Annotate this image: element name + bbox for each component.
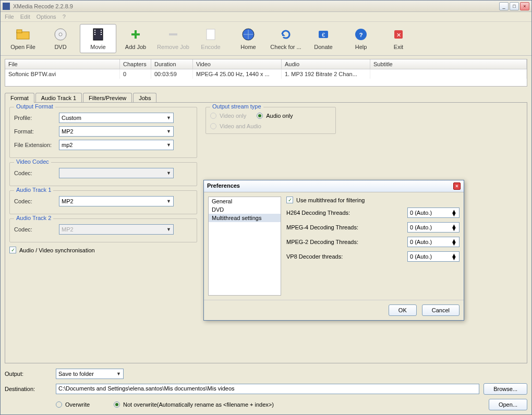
- radio-video-only: Video only: [210, 113, 246, 119]
- menu-help[interactable]: ?: [63, 14, 66, 20]
- tab-jobs[interactable]: Jobs: [133, 93, 156, 103]
- open-button[interactable]: Open...: [489, 399, 527, 410]
- audio1-codec-combo[interactable]: MP2▼: [59, 196, 174, 206]
- threads-spinner[interactable]: 0 (Auto.)▲▼: [407, 207, 460, 218]
- menu-file[interactable]: File: [5, 14, 14, 20]
- toolbar-help[interactable]: ?Help: [343, 24, 379, 53]
- radio-video-audio: Video and Audio: [210, 123, 331, 129]
- menu-options[interactable]: Options: [37, 14, 56, 20]
- col-subtitle[interactable]: Subtitle: [370, 59, 527, 69]
- disc-icon: [53, 27, 68, 42]
- browse-button[interactable]: Browse...: [483, 383, 527, 395]
- radio-overwrite[interactable]: Overwrite: [56, 401, 90, 408]
- preferences-dialog: Preferences × General DVD Multithread se…: [203, 180, 464, 321]
- col-file[interactable]: File: [5, 59, 120, 69]
- toolbar-check-for-[interactable]: Check for ...: [268, 24, 304, 53]
- pref-side-general[interactable]: General: [209, 197, 281, 205]
- refresh-icon: [279, 27, 293, 42]
- toolbar-donate[interactable]: €Donate: [305, 24, 342, 53]
- svg-rect-5: [94, 30, 95, 31]
- pref-side-dvd[interactable]: DVD: [209, 205, 281, 214]
- minimize-button[interactable]: _: [499, 2, 509, 10]
- profile-combo[interactable]: Custom▼: [59, 113, 174, 123]
- svg-rect-13: [169, 33, 177, 35]
- svg-text:?: ?: [359, 32, 363, 38]
- titlebar: XMedia Recode 2.2.8.9 _ □ ×: [1, 1, 531, 12]
- app-icon: [3, 3, 10, 10]
- donate-icon: €: [316, 27, 331, 42]
- col-video[interactable]: Video: [193, 59, 282, 69]
- svg-text:✕: ✕: [396, 32, 401, 38]
- group-audio2: Audio Track 2 Codec:MP2▼: [9, 218, 197, 242]
- toolbar-open-file[interactable]: Open File: [5, 24, 41, 53]
- output-row: Output: Save to folder▼: [5, 369, 527, 379]
- list-row[interactable]: Softonic BPTW.avi 0 00:03:59 MPEG-4 25.0…: [5, 69, 527, 79]
- pref-row: VP8 Decoder threads:0 (Auto.)▲▼: [286, 251, 460, 262]
- pref-ok-button[interactable]: OK: [389, 304, 417, 316]
- pref-row: H264 Decoding Threads:0 (Auto.)▲▼: [286, 207, 460, 218]
- svg-point-3: [59, 33, 62, 36]
- pref-cancel-button[interactable]: Cancel: [422, 304, 460, 316]
- radio-audio-only[interactable]: Audio only: [257, 113, 293, 119]
- col-chapters[interactable]: Chapters: [120, 59, 151, 69]
- tab-format[interactable]: Format: [5, 93, 34, 103]
- toolbar-movie[interactable]: Movie: [80, 24, 116, 53]
- col-audio[interactable]: Audio: [282, 59, 370, 69]
- film-icon: [91, 27, 105, 42]
- minus-icon: [166, 27, 180, 42]
- maximize-button[interactable]: □: [510, 2, 519, 10]
- destination-row: Destination: C:\Documents and Settings\e…: [5, 383, 527, 395]
- window-title: XMedia Recode 2.2.8.9: [13, 3, 499, 9]
- pref-multithread-check[interactable]: ✓Use multithread for filtering: [286, 197, 460, 203]
- group-audio1: Audio Track 1 Codec:MP2▼: [9, 190, 197, 214]
- toolbar-dvd[interactable]: DVD: [42, 24, 79, 53]
- overwrite-row: Overwrite Not overwrite(Automatically re…: [5, 399, 527, 410]
- folder-icon: [16, 27, 30, 42]
- pref-side-multithread[interactable]: Multithread settings: [209, 214, 281, 222]
- threads-spinner[interactable]: 0 (Auto.)▲▼: [407, 222, 460, 233]
- page-icon: [203, 27, 218, 42]
- file-list: File Chapters Duration Video Audio Subti…: [5, 59, 527, 87]
- pref-row: MPEG-4 Decoding Threads:0 (Auto.)▲▼: [286, 222, 460, 233]
- pref-row: MPEG-2 Decoding Threads:0 (Auto.)▲▼: [286, 237, 460, 247]
- tab-filters[interactable]: Filters/Preview: [83, 93, 132, 103]
- radio-not-overwrite[interactable]: Not overwrite(Automatically rename as <f…: [114, 401, 274, 408]
- toolbar: Open FileDVDMovieAdd JobRemove JobEncode…: [1, 22, 531, 56]
- format-combo[interactable]: MP2▼: [59, 126, 174, 137]
- help-icon: ?: [354, 27, 368, 42]
- ext-combo[interactable]: mp2▼: [59, 140, 174, 150]
- svg-rect-8: [101, 30, 102, 31]
- svg-rect-14: [207, 29, 215, 40]
- globe-icon: [241, 27, 256, 42]
- toolbar-exit[interactable]: ✕Exit: [380, 24, 417, 53]
- pref-close-icon[interactable]: ×: [453, 182, 461, 190]
- toolbar-remove-job: Remove Job: [155, 24, 191, 53]
- threads-spinner[interactable]: 0 (Auto.)▲▼: [407, 251, 460, 262]
- group-video-codec: Video Codec Codec:▼: [9, 162, 197, 186]
- svg-text:€: €: [322, 32, 325, 38]
- audio2-codec-combo: MP2▼: [59, 224, 174, 235]
- toolbar-encode: Encode: [192, 24, 229, 53]
- menubar: File Edit Options ?: [1, 12, 531, 22]
- svg-rect-1: [17, 30, 22, 33]
- plus-icon: [128, 27, 143, 42]
- output-combo[interactable]: Save to folder▼: [56, 369, 124, 379]
- group-stream-type: Output stream type Video only Audio only…: [205, 107, 336, 134]
- list-header: File Chapters Duration Video Audio Subti…: [5, 59, 527, 69]
- group-output-format: Output Format Profile:Custom▼ Format:MP2…: [9, 107, 197, 158]
- col-duration[interactable]: Duration: [151, 59, 193, 69]
- destination-field[interactable]: C:\Documents and Settings\elena.santos\M…: [56, 384, 479, 394]
- exit-icon: ✕: [391, 27, 406, 42]
- svg-rect-10: [101, 34, 102, 35]
- menu-edit[interactable]: Edit: [20, 14, 30, 20]
- tab-audio1[interactable]: Audio Track 1: [35, 93, 82, 103]
- svg-rect-7: [94, 34, 95, 35]
- pref-titlebar: Preferences ×: [204, 180, 464, 192]
- threads-spinner[interactable]: 0 (Auto.)▲▼: [407, 237, 460, 247]
- svg-rect-6: [94, 32, 95, 33]
- close-button[interactable]: ×: [520, 2, 529, 10]
- toolbar-home[interactable]: Home: [230, 24, 267, 53]
- video-codec-combo: ▼: [59, 168, 174, 178]
- toolbar-add-job[interactable]: Add Job: [117, 24, 154, 53]
- avsync-checkbox[interactable]: ✓Audio / Video synchronisation: [9, 247, 197, 253]
